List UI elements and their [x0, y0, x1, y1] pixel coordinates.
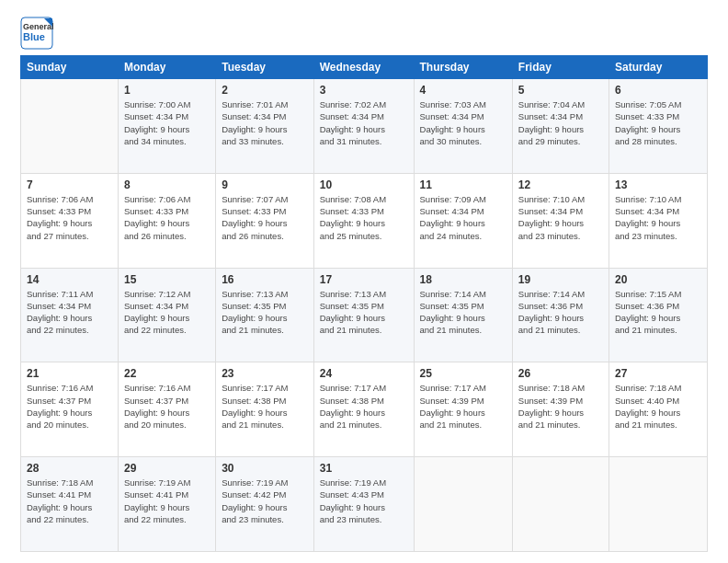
day-info: Sunrise: 7:17 AM Sunset: 4:39 PM Dayligh…	[420, 382, 506, 431]
day-info: Sunrise: 7:18 AM Sunset: 4:41 PM Dayligh…	[27, 477, 112, 525]
day-number: 17	[320, 273, 408, 286]
day-info: Sunrise: 7:06 AM Sunset: 4:33 PM Dayligh…	[124, 193, 210, 242]
header-cell-wednesday: Wednesday	[313, 56, 414, 79]
day-cell: 17Sunrise: 7:13 AM Sunset: 4:35 PM Dayli…	[313, 268, 414, 362]
day-number: 24	[320, 367, 408, 380]
day-number: 28	[27, 462, 112, 475]
calendar-header: SundayMondayTuesdayWednesdayThursdayFrid…	[21, 56, 708, 79]
day-cell: 8Sunrise: 7:06 AM Sunset: 4:33 PM Daylig…	[118, 173, 215, 268]
day-info: Sunrise: 7:05 AM Sunset: 4:33 PM Dayligh…	[615, 98, 701, 147]
day-info: Sunrise: 7:19 AM Sunset: 4:43 PM Dayligh…	[320, 477, 408, 525]
day-cell: 25Sunrise: 7:17 AM Sunset: 4:39 PM Dayli…	[414, 362, 512, 457]
day-cell: 4Sunrise: 7:03 AM Sunset: 4:34 PM Daylig…	[414, 79, 512, 174]
header-cell-tuesday: Tuesday	[216, 56, 314, 79]
day-info: Sunrise: 7:09 AM Sunset: 4:34 PM Dayligh…	[420, 193, 506, 242]
day-number: 6	[615, 84, 701, 97]
day-number: 8	[124, 178, 210, 191]
week-row-3: 14Sunrise: 7:11 AM Sunset: 4:34 PM Dayli…	[21, 268, 708, 362]
day-cell: 9Sunrise: 7:07 AM Sunset: 4:33 PM Daylig…	[216, 173, 314, 268]
day-info: Sunrise: 7:11 AM Sunset: 4:34 PM Dayligh…	[27, 288, 112, 337]
header-cell-sunday: Sunday	[21, 56, 119, 79]
day-number: 21	[27, 367, 112, 380]
day-cell: 1Sunrise: 7:00 AM Sunset: 4:34 PM Daylig…	[118, 79, 215, 174]
day-number: 9	[222, 178, 308, 191]
day-number: 3	[320, 84, 408, 97]
day-cell	[609, 457, 707, 552]
day-cell: 6Sunrise: 7:05 AM Sunset: 4:33 PM Daylig…	[609, 79, 707, 174]
header-cell-monday: Monday	[118, 56, 215, 79]
day-cell: 26Sunrise: 7:18 AM Sunset: 4:39 PM Dayli…	[512, 362, 609, 457]
day-info: Sunrise: 7:12 AM Sunset: 4:34 PM Dayligh…	[124, 288, 210, 337]
day-number: 22	[124, 367, 210, 380]
day-number: 10	[320, 178, 408, 191]
day-cell: 28Sunrise: 7:18 AM Sunset: 4:41 PM Dayli…	[21, 457, 119, 552]
day-cell: 22Sunrise: 7:16 AM Sunset: 4:37 PM Dayli…	[118, 362, 215, 457]
day-info: Sunrise: 7:16 AM Sunset: 4:37 PM Dayligh…	[124, 382, 210, 431]
day-info: Sunrise: 7:10 AM Sunset: 4:34 PM Dayligh…	[518, 193, 603, 242]
day-cell: 27Sunrise: 7:18 AM Sunset: 4:40 PM Dayli…	[609, 362, 707, 457]
day-number: 4	[420, 84, 506, 97]
day-cell: 14Sunrise: 7:11 AM Sunset: 4:34 PM Dayli…	[21, 268, 119, 362]
header-cell-saturday: Saturday	[609, 56, 707, 79]
day-info: Sunrise: 7:00 AM Sunset: 4:34 PM Dayligh…	[124, 98, 210, 147]
day-number: 12	[518, 178, 603, 191]
header-row: SundayMondayTuesdayWednesdayThursdayFrid…	[21, 56, 708, 79]
day-number: 5	[518, 84, 603, 97]
day-cell: 18Sunrise: 7:14 AM Sunset: 4:35 PM Dayli…	[414, 268, 512, 362]
day-number: 27	[615, 367, 701, 380]
day-cell: 19Sunrise: 7:14 AM Sunset: 4:36 PM Dayli…	[512, 268, 609, 362]
day-info: Sunrise: 7:19 AM Sunset: 4:41 PM Dayligh…	[124, 477, 210, 525]
day-cell: 31Sunrise: 7:19 AM Sunset: 4:43 PM Dayli…	[313, 457, 414, 552]
day-cell: 24Sunrise: 7:17 AM Sunset: 4:38 PM Dayli…	[313, 362, 414, 457]
day-info: Sunrise: 7:17 AM Sunset: 4:38 PM Dayligh…	[320, 382, 408, 431]
day-number: 2	[222, 84, 308, 97]
calendar-body: 1Sunrise: 7:00 AM Sunset: 4:34 PM Daylig…	[21, 79, 708, 552]
svg-text:Blue: Blue	[23, 31, 45, 42]
day-info: Sunrise: 7:08 AM Sunset: 4:33 PM Dayligh…	[320, 193, 408, 242]
day-cell: 15Sunrise: 7:12 AM Sunset: 4:34 PM Dayli…	[118, 268, 215, 362]
day-number: 20	[615, 273, 701, 286]
day-cell: 21Sunrise: 7:16 AM Sunset: 4:37 PM Dayli…	[21, 362, 119, 457]
day-info: Sunrise: 7:13 AM Sunset: 4:35 PM Dayligh…	[320, 288, 408, 337]
week-row-5: 28Sunrise: 7:18 AM Sunset: 4:41 PM Dayli…	[21, 457, 708, 552]
day-number: 15	[124, 273, 210, 286]
day-cell	[414, 457, 512, 552]
day-number: 1	[124, 84, 210, 97]
day-cell	[512, 457, 609, 552]
day-cell: 10Sunrise: 7:08 AM Sunset: 4:33 PM Dayli…	[313, 173, 414, 268]
week-row-2: 7Sunrise: 7:06 AM Sunset: 4:33 PM Daylig…	[21, 173, 708, 268]
day-info: Sunrise: 7:14 AM Sunset: 4:36 PM Dayligh…	[518, 288, 603, 337]
day-cell: 3Sunrise: 7:02 AM Sunset: 4:34 PM Daylig…	[313, 79, 414, 174]
day-cell: 12Sunrise: 7:10 AM Sunset: 4:34 PM Dayli…	[512, 173, 609, 268]
day-cell: 29Sunrise: 7:19 AM Sunset: 4:41 PM Dayli…	[118, 457, 215, 552]
day-info: Sunrise: 7:18 AM Sunset: 4:39 PM Dayligh…	[518, 382, 603, 431]
header-cell-friday: Friday	[512, 56, 609, 79]
day-number: 30	[222, 462, 308, 475]
day-info: Sunrise: 7:02 AM Sunset: 4:34 PM Dayligh…	[320, 98, 408, 147]
page: General Blue SundayMondayTuesdayWednesda…	[0, 0, 728, 563]
day-info: Sunrise: 7:13 AM Sunset: 4:35 PM Dayligh…	[222, 288, 308, 337]
day-number: 11	[420, 178, 506, 191]
day-info: Sunrise: 7:03 AM Sunset: 4:34 PM Dayligh…	[420, 98, 506, 147]
day-cell: 16Sunrise: 7:13 AM Sunset: 4:35 PM Dayli…	[216, 268, 314, 362]
day-info: Sunrise: 7:07 AM Sunset: 4:33 PM Dayligh…	[222, 193, 308, 242]
day-cell	[21, 79, 119, 174]
logo: General Blue	[20, 17, 53, 50]
calendar: SundayMondayTuesdayWednesdayThursdayFrid…	[20, 55, 708, 552]
logo-svg: General Blue	[20, 17, 53, 50]
day-info: Sunrise: 7:18 AM Sunset: 4:40 PM Dayligh…	[615, 382, 701, 431]
svg-text:General: General	[23, 22, 53, 31]
week-row-1: 1Sunrise: 7:00 AM Sunset: 4:34 PM Daylig…	[21, 79, 708, 174]
day-number: 26	[518, 367, 603, 380]
day-info: Sunrise: 7:10 AM Sunset: 4:34 PM Dayligh…	[615, 193, 701, 242]
day-number: 18	[420, 273, 506, 286]
day-number: 23	[222, 367, 308, 380]
day-number: 13	[615, 178, 701, 191]
day-number: 29	[124, 462, 210, 475]
day-cell: 30Sunrise: 7:19 AM Sunset: 4:42 PM Dayli…	[216, 457, 314, 552]
day-number: 19	[518, 273, 603, 286]
day-info: Sunrise: 7:04 AM Sunset: 4:34 PM Dayligh…	[518, 98, 603, 147]
day-info: Sunrise: 7:06 AM Sunset: 4:33 PM Dayligh…	[27, 193, 112, 242]
day-cell: 7Sunrise: 7:06 AM Sunset: 4:33 PM Daylig…	[21, 173, 119, 268]
week-row-4: 21Sunrise: 7:16 AM Sunset: 4:37 PM Dayli…	[21, 362, 708, 457]
